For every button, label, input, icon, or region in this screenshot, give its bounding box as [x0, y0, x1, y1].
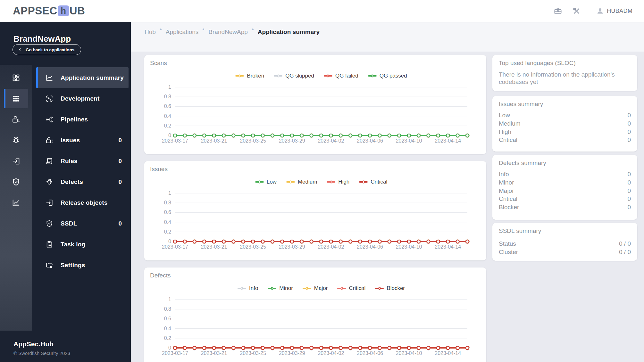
sidebar-item-rules[interactable]: Rules 0: [32, 151, 131, 171]
legend-item[interactable]: Medium: [286, 179, 317, 185]
svg-text:0: 0: [168, 133, 171, 138]
sidebar-item-label: Issues: [61, 137, 80, 144]
breadcrumb-separator-icon: [160, 29, 162, 30]
sidebar-item-count: 0: [118, 158, 122, 165]
svg-text:2023-04-06: 2023-04-06: [357, 138, 383, 144]
briefcase-icon[interactable]: [553, 6, 563, 16]
chart-legend: LowMediumHighCritical: [175, 177, 467, 187]
legend-label: Low: [267, 179, 277, 185]
rail-item-issues[interactable]: [0, 109, 32, 130]
summary-row: Major0: [499, 187, 631, 195]
legend-item[interactable]: Broken: [235, 73, 264, 79]
summary-label: Major: [499, 187, 514, 195]
summary-row: Cluster0 / 0: [499, 248, 631, 256]
chevron-left-icon: [18, 47, 22, 52]
legend-label: Medium: [298, 179, 317, 185]
summary-label: Status: [499, 240, 516, 248]
appsechub-logo[interactable]: APPSEC h UB: [13, 5, 85, 17]
sidebar-item-development[interactable]: Development: [32, 88, 131, 109]
legend-marker-icon: [255, 181, 264, 182]
legend-label: Minor: [279, 285, 293, 292]
rail-item-ssdl[interactable]: [0, 171, 32, 192]
legend-item[interactable]: Low: [255, 179, 277, 185]
legend-marker-icon: [274, 75, 282, 76]
breadcrumb-hub[interactable]: Hub: [145, 29, 156, 36]
svg-text:2023-04-02: 2023-04-02: [318, 138, 344, 144]
sidebar-menu: Application summary Development Pipeline…: [32, 67, 131, 276]
rail-item-dashboard[interactable]: [0, 67, 32, 88]
bug-icon: [12, 136, 21, 145]
logo-suffix: UB: [70, 5, 85, 17]
svg-text:2023-04-10: 2023-04-10: [396, 350, 422, 356]
rail-item-release-objects[interactable]: [0, 151, 32, 171]
summary-label: High: [499, 128, 511, 136]
sidebar-item-label: Settings: [61, 262, 85, 269]
sidebar-item-settings[interactable]: Settings: [32, 255, 131, 276]
svg-text:0.8: 0.8: [164, 306, 171, 312]
task-log-icon: [45, 240, 54, 249]
legend-item[interactable]: QG skipped: [274, 73, 314, 79]
tools-icon[interactable]: [572, 6, 581, 16]
legend-item[interactable]: High: [327, 179, 349, 185]
breadcrumb-brandnewapp[interactable]: BrandNewApp: [208, 29, 248, 36]
breadcrumb: Hub Applications BrandNewApp Application…: [131, 22, 644, 52]
legend-item[interactable]: Info: [238, 285, 258, 292]
analytics-chart-icon: [12, 198, 21, 207]
legend-item[interactable]: Minor: [268, 285, 293, 292]
svg-text:1: 1: [168, 84, 171, 90]
sidebar-item-task-log[interactable]: Task log: [32, 234, 131, 255]
applications-grid-icon: [12, 94, 21, 103]
summary-label: Low: [499, 111, 510, 119]
sidebar-item-defects[interactable]: Defects 0: [32, 171, 131, 192]
chart-title: Issues: [150, 166, 168, 173]
sidebar-item-release-objects[interactable]: Release objects: [32, 192, 131, 213]
legend-label: Blocker: [387, 285, 405, 292]
legend-marker-icon: [324, 75, 332, 76]
svg-text:0.8: 0.8: [164, 200, 171, 205]
chart-line-icon: [45, 74, 54, 82]
svg-text:1: 1: [168, 297, 171, 302]
sidebar-item-label: Application summary: [61, 74, 124, 81]
sidebar-item-ssdl[interactable]: SSDL 0: [32, 213, 131, 234]
scans-chart-card: 10.80.60.40.202023-03-172023-03-212023-0…: [144, 55, 486, 154]
legend-label: Info: [249, 285, 258, 292]
go-back-label: Go back to applications: [26, 47, 74, 52]
summary-label: Critical: [499, 195, 517, 203]
sidebar-item-application-summary[interactable]: Application summary: [36, 67, 129, 88]
rail-item-defects[interactable]: [0, 130, 32, 151]
svg-text:0.4: 0.4: [164, 219, 171, 225]
legend-label: QG skipped: [285, 73, 314, 79]
legend-item[interactable]: Critical: [359, 179, 387, 185]
chart-title: Defects: [150, 272, 171, 279]
legend-item[interactable]: Critical: [337, 285, 365, 292]
summary-label: Medium: [499, 119, 521, 128]
line-chart: 10.80.60.40.202023-03-172023-03-212023-0…: [144, 267, 486, 362]
chart-legend: InfoMinorMajorCriticalBlocker: [175, 284, 467, 293]
bug-icon: [45, 178, 54, 186]
svg-text:2023-04-02: 2023-04-02: [318, 350, 344, 356]
svg-text:0: 0: [168, 345, 171, 350]
go-back-button[interactable]: Go back to applications: [13, 44, 81, 55]
rail-item-applications[interactable]: [0, 88, 32, 109]
sidebar-item-label: Pipelines: [61, 116, 88, 123]
svg-text:2023-04-10: 2023-04-10: [396, 244, 422, 250]
user-menu[interactable]: HUBADM: [596, 7, 632, 15]
rules-scroll-icon: [45, 157, 54, 165]
release-objects-icon: [45, 199, 54, 207]
svg-text:2023-03-17: 2023-03-17: [162, 244, 188, 250]
panel-title: Top used languages (SLOC): [499, 60, 631, 67]
legend-label: Critical: [371, 179, 387, 185]
sidebar-item-label: SSDL: [61, 220, 77, 227]
legend-item[interactable]: QG failed: [324, 73, 358, 79]
svg-text:2023-03-21: 2023-03-21: [201, 350, 227, 356]
sidebar-item-issues[interactable]: Issues 0: [32, 130, 131, 151]
svg-text:2023-04-14: 2023-04-14: [435, 350, 461, 356]
legend-item[interactable]: QG passed: [368, 73, 407, 79]
rail-item-analytics[interactable]: [0, 192, 32, 213]
breadcrumb-applications[interactable]: Applications: [166, 29, 198, 36]
legend-item[interactable]: Major: [303, 285, 328, 292]
sidebar-item-pipelines[interactable]: Pipelines: [32, 109, 131, 130]
summary-value: 0: [627, 187, 631, 195]
svg-text:2023-03-25: 2023-03-25: [240, 244, 266, 250]
legend-item[interactable]: Blocker: [375, 285, 405, 292]
